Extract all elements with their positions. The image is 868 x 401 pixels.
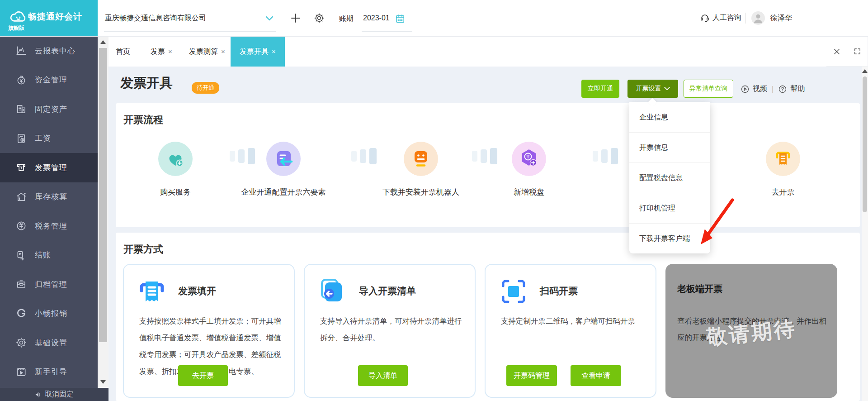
methods-section-title: 开票方式 (123, 243, 163, 256)
gear-icon[interactable] (314, 13, 325, 24)
method-card-desc: 支持定制开票二维码，客户端可扫码开票 (501, 313, 645, 329)
import-list-button[interactable]: 导入清单 (358, 365, 408, 386)
abnormal-list-button[interactable]: 异常清单查询 (684, 80, 733, 98)
method-card-scan-code: 扫码开票 支持定制开票二维码，客户端可扫码开票 开票码管理 查看申请 (485, 264, 656, 398)
close-icon (833, 48, 841, 56)
page-title: 发票开具 (120, 74, 173, 92)
sidebar-item-expense[interactable]: 小畅报销 (0, 299, 98, 329)
sidebar-item-cloud-reports[interactable]: 云报表中心 (0, 36, 98, 66)
sidebar-item-settings[interactable]: 基础设置 (0, 328, 98, 358)
menu-item-company-info[interactable]: 企业信息 (629, 102, 710, 133)
guide-video-icon (15, 366, 27, 378)
go-invoice-button[interactable]: 去开票 (178, 365, 228, 386)
sidebar-item-closing[interactable]: 结账 (0, 241, 98, 270)
sidebar-scrollbar-thumb[interactable] (99, 48, 107, 342)
invoice-methods-section: 开票方式 发票填开 支持按照发票样式手工填开发票；可开具增值税电子普通发票、增值… (116, 233, 860, 401)
sidebar-item-invoice-management[interactable]: 发票管理 (0, 153, 98, 182)
main-scrollbar[interactable] (862, 67, 868, 401)
flow-separator (230, 148, 255, 164)
method-card-invoice-fill: 发票填开 支持按照发票样式手工填开发票；可开具增值税电子普通发票、增值税普通发票… (123, 264, 295, 398)
scroll-up-icon[interactable] (100, 40, 106, 44)
tab-invoice-issue[interactable]: 发票开具× (231, 36, 285, 67)
robot-icon (404, 142, 438, 176)
support-label: 人工咨询 (712, 13, 741, 23)
menu-item-download-client[interactable]: 下载开票客户端 (629, 224, 710, 253)
building-icon (15, 103, 27, 115)
main-scrollbar-thumb[interactable] (863, 76, 867, 212)
flow-separator (472, 148, 497, 164)
tab-invoice[interactable]: 发票× (151, 36, 172, 67)
close-tab-icon[interactable]: × (168, 48, 172, 55)
settings-gear-icon (15, 337, 27, 348)
invoice-icon (15, 162, 27, 173)
scroll-up-icon[interactable] (862, 69, 868, 73)
tab-home[interactable]: 首页 (116, 36, 130, 67)
sidebar: 云报表中心 资金管理 固定资产 工资 发票管理 库存核算 税务管理 结账 归档管… (0, 36, 98, 401)
invoice-settings-menu: 企业信息 开票信息 配置税盘信息 打印机管理 下载开票客户端 (629, 102, 710, 253)
flow-separator (593, 148, 618, 164)
menu-item-printer-management[interactable]: 打印机管理 (629, 193, 710, 224)
help-link[interactable]: 帮助 (790, 84, 805, 94)
invoice-code-manage-button[interactable]: 开票码管理 (506, 365, 557, 386)
method-card-title: 导入开票清单 (359, 285, 416, 297)
menu-item-tax-disk-config[interactable]: 配置税盘信息 (629, 163, 710, 193)
invoice-settings-button[interactable]: 开票设置 (627, 80, 678, 98)
period-underline (362, 31, 412, 32)
tab-invoice-calc[interactable]: 发票测算× (189, 36, 225, 67)
sidebar-item-guide[interactable]: 新手引导 (0, 358, 98, 387)
calendar-icon[interactable] (395, 14, 405, 24)
view-applications-button[interactable]: 查看申请 (571, 365, 621, 386)
sidebar-item-inventory[interactable]: 库存核算 (0, 182, 98, 212)
link-separator: | (772, 85, 774, 93)
menu-item-invoice-info[interactable]: 开票信息 (629, 133, 710, 163)
method-card-boss-invoice: 老板端开票 查看老板端小程序提交的开票申请，并作出相应的开票处理。 敬请期待 (665, 264, 837, 398)
play-circle-icon (741, 85, 750, 94)
sidebar-item-fixed-assets[interactable]: 固定资产 (0, 95, 98, 124)
close-all-tabs-button[interactable] (826, 37, 847, 66)
pin-icon (35, 391, 42, 398)
close-tab-icon[interactable]: × (272, 48, 276, 55)
flow-step-configure-elements (266, 142, 301, 176)
archive-icon (15, 278, 27, 290)
sidebar-item-payroll[interactable]: 工资 (0, 124, 98, 153)
warehouse-icon (15, 191, 27, 203)
video-link[interactable]: 视频 (753, 84, 767, 94)
activate-now-button[interactable]: 立即开通 (581, 80, 619, 98)
company-underline (104, 31, 276, 32)
invoice-flow-section: 开票流程 购买服务 企业开通配置开票六要素 下载并安装开票 (116, 103, 860, 227)
flow-section-title: 开票流程 (123, 113, 163, 127)
tab-tools (826, 36, 868, 67)
flow-step-install-robot (404, 142, 438, 176)
fullscreen-button[interactable] (847, 37, 868, 66)
chevron-down-icon[interactable] (266, 16, 273, 21)
flow-step-buy-service (158, 142, 193, 176)
method-card-desc: 支持导入待开票清单，可对待开票清单进行拆分、合并处理。 (320, 313, 464, 346)
header-divider (745, 13, 745, 24)
app-title: 畅捷通好会计 (28, 11, 82, 23)
sidebar-scrollbar[interactable] (98, 36, 108, 388)
invoice-printer-icon (766, 142, 800, 176)
company-selector[interactable]: 重庆畅捷交通信息咨询有限公司 (105, 14, 206, 23)
unpin-sidebar-button[interactable]: 取消固定 (0, 388, 108, 401)
close-tab-icon[interactable]: × (221, 48, 225, 55)
status-badge: 待开通 (192, 82, 219, 94)
flow-step-add-tax-disk (512, 142, 546, 176)
support-link[interactable]: 人工咨询 (700, 13, 741, 23)
method-card-import-list: 导入开票清单 支持导入待开票清单，可对待开票清单进行拆分、合并处理。 导入清单 (304, 264, 476, 398)
heart-plus-icon (158, 142, 193, 176)
top-header: 畅捷通好会计 旗舰版 重庆畅捷交通信息咨询有限公司 账期 2023-01 人工咨… (0, 0, 868, 37)
expense-logo-icon (15, 308, 27, 320)
period-value[interactable]: 2023-01 (363, 14, 390, 22)
scan-qr-icon (499, 277, 528, 306)
avatar[interactable] (751, 11, 765, 25)
sidebar-item-funds[interactable]: 资金管理 (0, 66, 98, 95)
closing-icon (15, 249, 27, 261)
sidebar-item-archive[interactable]: 归档管理 (0, 270, 98, 299)
flow-step-go-invoice (766, 142, 800, 176)
sidebar-item-tax[interactable]: 税务管理 (0, 211, 98, 241)
method-card-title: 扫码开票 (540, 285, 578, 297)
add-account-icon[interactable] (290, 13, 301, 24)
scroll-down-icon[interactable] (100, 380, 106, 384)
username[interactable]: 徐泽华 (770, 14, 792, 23)
method-card-title: 发票填开 (178, 285, 216, 297)
